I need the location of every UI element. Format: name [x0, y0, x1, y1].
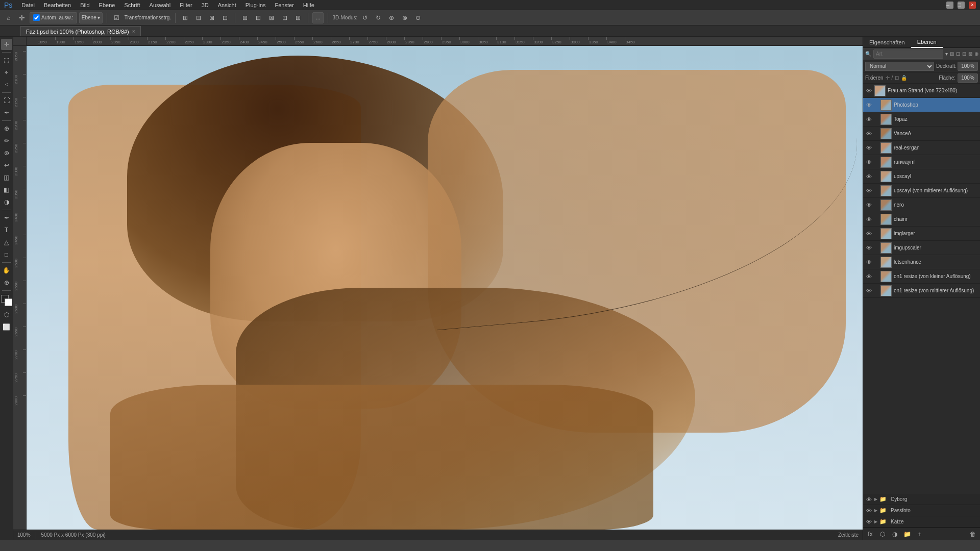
- layer-item[interactable]: 👁 imglarger: [863, 227, 980, 241]
- dodge-tool[interactable]: ◑: [1, 196, 12, 208]
- layer-visibility-toggle[interactable]: 👁: [865, 287, 872, 294]
- minimize-button[interactable]: –: [946, 2, 953, 9]
- layer-visibility-toggle[interactable]: 👁: [865, 87, 872, 94]
- close-button[interactable]: ×: [969, 2, 976, 9]
- layer-icon5[interactable]: ⊕: [974, 51, 978, 57]
- layer-item[interactable]: 👁 on1 resize (von kleiner Auflösung): [863, 269, 980, 284]
- layers-search-input[interactable]: [873, 49, 943, 59]
- align-v-icon[interactable]: ⊞: [239, 12, 251, 23]
- move-tool-icon[interactable]: ✛: [16, 12, 28, 23]
- layer-visibility-toggle[interactable]: 👁: [865, 244, 872, 252]
- crop-tool[interactable]: ⛶: [1, 95, 12, 106]
- transform-check[interactable]: ☑: [111, 12, 122, 23]
- layer-item[interactable]: 👁 upscayl (von mittlerer Auflösung): [863, 184, 980, 198]
- add-adjustment-button[interactable]: ◑: [891, 530, 899, 538]
- menu-datei[interactable]: Datei: [17, 1, 39, 9]
- layer-item[interactable]: 👁 runwayml: [863, 155, 980, 169]
- group-visibility-toggle[interactable]: 👁: [865, 507, 872, 514]
- menu-schrift[interactable]: Schrift: [120, 1, 144, 9]
- layer-item[interactable]: 👁 letsenhance: [863, 255, 980, 269]
- layer-visibility-toggle[interactable]: 👁: [865, 230, 872, 237]
- quick-select-tool[interactable]: ⁖: [1, 79, 12, 90]
- 3d-icon4[interactable]: ⊗: [399, 12, 410, 23]
- filter-kind-icon[interactable]: ▾: [945, 51, 948, 57]
- autoselect-check[interactable]: [33, 14, 40, 21]
- menu-plugins[interactable]: Plug-ins: [241, 1, 270, 9]
- layer-visibility-toggle[interactable]: 👁: [865, 187, 872, 194]
- layer-item[interactable]: 👁 real-esrgan: [863, 141, 980, 155]
- group-visibility-toggle[interactable]: 👁: [865, 518, 872, 525]
- layer-visibility-toggle[interactable]: 👁: [865, 130, 872, 137]
- menu-ansicht[interactable]: Ansicht: [214, 1, 240, 9]
- lasso-tool[interactable]: ⌖: [1, 67, 12, 78]
- zoom-tool[interactable]: ⊕: [1, 277, 12, 288]
- layer-item[interactable]: 👁 nero: [863, 198, 980, 212]
- layer-group-item[interactable]: 👁 ▶ 📁 Cyborg: [863, 494, 980, 505]
- delete-layer-button[interactable]: 🗑: [969, 530, 977, 538]
- layer-visibility-toggle[interactable]: 👁: [865, 273, 872, 280]
- blend-mode-select[interactable]: Normal: [865, 62, 934, 71]
- hand-tool[interactable]: ✋: [1, 265, 12, 276]
- clone-tool[interactable]: ⊛: [1, 147, 12, 159]
- ebenen-tab[interactable]: Ebenen: [911, 37, 943, 48]
- fläche-input[interactable]: [958, 73, 978, 83]
- layer-icon4[interactable]: ⊠: [968, 51, 972, 57]
- add-mask-button[interactable]: ⬡: [878, 530, 887, 538]
- layers-list[interactable]: 👁 Frau am Strand (von 720x480) 👁 Photosh…: [863, 84, 980, 494]
- add-group-button[interactable]: 📁: [903, 530, 911, 538]
- align-center-icon[interactable]: ⊟: [193, 12, 204, 23]
- screen-mode[interactable]: ⬜: [1, 321, 12, 333]
- brush-tool[interactable]: ✏: [1, 135, 12, 146]
- align-top-icon[interactable]: ⊡: [219, 12, 231, 23]
- add-style-button[interactable]: fx: [866, 530, 874, 538]
- canvas-area[interactable]: 1850190019502000205021002150220022502300…: [13, 37, 863, 530]
- menu-fenster[interactable]: Fenster: [271, 1, 298, 9]
- home-icon[interactable]: ⌂: [3, 12, 14, 23]
- marquee-tool[interactable]: ⬚: [1, 55, 12, 66]
- group-expand-arrow[interactable]: ▶: [874, 508, 877, 513]
- 3d-icon1[interactable]: ↺: [359, 12, 371, 23]
- 3d-icon5[interactable]: ⊙: [412, 12, 424, 23]
- background-color[interactable]: [5, 298, 12, 306]
- layer-group-item[interactable]: 👁 ▶ 📁 Passfoto: [863, 505, 980, 516]
- layer-item[interactable]: 👁 upscayl: [863, 169, 980, 184]
- layer-visibility-toggle[interactable]: 👁: [865, 144, 872, 152]
- menu-ebene[interactable]: Ebene: [95, 1, 119, 9]
- gradient-tool[interactable]: ◧: [1, 184, 12, 195]
- 3d-icon2[interactable]: ↻: [373, 12, 384, 23]
- layer-visibility-toggle[interactable]: 👁: [865, 173, 872, 180]
- distribute-icon[interactable]: ⊠: [266, 12, 277, 23]
- menu-auswahl[interactable]: Auswahl: [145, 1, 175, 9]
- eraser-tool[interactable]: ◫: [1, 172, 12, 183]
- layer-item[interactable]: 👁 Photoshop: [863, 98, 980, 112]
- layer-visibility-toggle[interactable]: 👁: [865, 159, 872, 166]
- move-tool[interactable]: ✛: [1, 39, 12, 50]
- autoselect-dropdown[interactable]: Ebene ▾: [79, 12, 103, 23]
- layer-visibility-toggle[interactable]: 👁: [865, 202, 872, 209]
- layer-visibility-toggle[interactable]: 👁: [865, 216, 872, 223]
- type-tool[interactable]: T: [1, 224, 12, 236]
- add-layer-button[interactable]: +: [915, 530, 923, 538]
- group-visibility-toggle[interactable]: 👁: [865, 496, 872, 503]
- layer-item[interactable]: 👁 chainr: [863, 212, 980, 227]
- align-left-icon[interactable]: ⊞: [180, 12, 191, 23]
- foreground-bg-colors[interactable]: [1, 295, 12, 306]
- layer-icon1[interactable]: ⊞: [950, 51, 954, 57]
- menu-filter[interactable]: Filter: [176, 1, 196, 9]
- layer-icon2[interactable]: ⊡: [956, 51, 960, 57]
- autoselect-checkbox[interactable]: Autom. ausw.:: [30, 12, 77, 23]
- spacing-icon[interactable]: ⊡: [279, 12, 290, 23]
- eigenschaften-tab[interactable]: Eigenschaften: [863, 37, 911, 48]
- lock-all-icon[interactable]: 🔒: [901, 75, 907, 81]
- maximize-button[interactable]: □: [958, 2, 965, 9]
- layer-visibility-toggle[interactable]: 👁: [865, 102, 872, 109]
- layer-item[interactable]: 👁 Topaz: [863, 112, 980, 127]
- timeline-label[interactable]: Zeitleiste: [838, 532, 859, 538]
- menu-3d[interactable]: 3D: [198, 1, 213, 9]
- eyedropper-tool[interactable]: ✒: [1, 107, 12, 118]
- layer-visibility-toggle[interactable]: 👁: [865, 116, 872, 123]
- menu-hilfe[interactable]: Hilfe: [299, 1, 318, 9]
- layer-visibility-toggle[interactable]: 👁: [865, 259, 872, 266]
- align-h-icon[interactable]: ⊟: [253, 12, 264, 23]
- layer-item[interactable]: 👁 VanceA: [863, 127, 980, 141]
